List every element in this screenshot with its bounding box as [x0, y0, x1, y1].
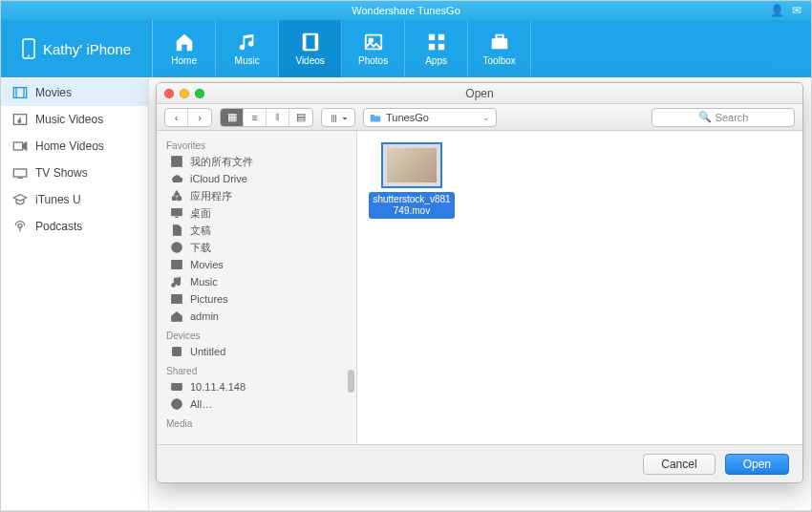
toolbox-icon: [489, 32, 510, 53]
tab-music[interactable]: Music: [216, 20, 279, 77]
open-button[interactable]: Open: [725, 454, 789, 475]
favorite-item-8[interactable]: Pictures: [157, 290, 356, 308]
home-videos-icon: [12, 139, 28, 153]
music-videos-icon: [12, 113, 28, 126]
file-grid: shutterstock_v881749.mov: [357, 131, 802, 444]
path-dropdown[interactable]: TunesGo ⌄: [363, 108, 497, 127]
tab-apps[interactable]: Apps: [405, 20, 468, 77]
fav-label: 文稿: [190, 224, 211, 238]
tab-toolbox-label: Toolbox: [482, 55, 515, 66]
cloud-icon: [170, 172, 183, 185]
sidebar-item-movies[interactable]: Movies: [1, 79, 148, 106]
svg-rect-29: [172, 261, 182, 269]
svg-point-21: [18, 224, 22, 227]
favorite-item-1[interactable]: iCloud Drive: [157, 170, 356, 187]
user-icon[interactable]: 👤: [770, 1, 784, 20]
column-view-button[interactable]: ⫴: [267, 109, 289, 126]
file-thumbnail: [381, 142, 442, 188]
tab-home-label: Home: [171, 55, 197, 66]
sidebar-label: iTunes U: [35, 193, 81, 206]
fav-label: 桌面: [190, 206, 211, 221]
svg-rect-19: [13, 169, 26, 177]
sidebar-item-podcasts[interactable]: Podcasts: [1, 213, 148, 240]
fav-label: admin: [190, 310, 219, 322]
device-name: Kathy' iPhone: [43, 41, 131, 57]
sidebar-label: Home Videos: [35, 139, 104, 153]
favorite-item-0[interactable]: 我的所有文件: [157, 153, 356, 170]
tab-home[interactable]: Home: [153, 20, 216, 77]
feedback-icon[interactable]: ✉: [792, 1, 801, 20]
coverflow-view-button[interactable]: ▤: [289, 109, 312, 126]
view-mode-buttons: ▦ ≡ ⫴ ▤: [220, 108, 313, 127]
open-label: Open: [743, 458, 771, 471]
tab-videos-label: Videos: [295, 55, 324, 66]
movies-icon: [12, 86, 28, 99]
svg-rect-26: [172, 209, 182, 216]
group-dropdown[interactable]: ⫼ ▾: [321, 108, 355, 127]
list-view-button[interactable]: ≡: [244, 109, 267, 126]
shared-item-1[interactable]: All…: [157, 395, 356, 413]
music-icon: [170, 275, 183, 288]
icon-view-button[interactable]: ▦: [221, 109, 244, 126]
favorite-item-3[interactable]: 桌面: [157, 204, 356, 222]
favorite-item-5[interactable]: 下载: [157, 239, 356, 256]
tab-videos[interactable]: Videos: [279, 20, 342, 77]
app-titlebar: Wondershare TunesGo 👤 ✉: [1, 1, 811, 20]
svg-rect-9: [428, 44, 434, 50]
home-icon: [170, 309, 183, 323]
titlebar-icons: 👤 ✉: [770, 1, 801, 20]
svg-point-25: [178, 197, 182, 201]
svg-point-6: [369, 38, 373, 42]
path-label: TunesGo: [386, 112, 429, 123]
favorite-item-7[interactable]: Music: [157, 273, 356, 290]
sidebar-item-home-videos[interactable]: Home Videos: [1, 133, 148, 160]
device-item-0[interactable]: Untitled: [157, 343, 356, 360]
svg-rect-22: [172, 157, 182, 167]
fav-label: Music: [190, 276, 218, 288]
sidebar-label: Podcasts: [35, 220, 82, 233]
group-icon: ⫼ ▾: [322, 109, 354, 126]
sidebar-item-music-videos[interactable]: Music Videos: [1, 106, 148, 133]
movies-icon: [170, 258, 183, 271]
favorite-item-2[interactable]: 应用程序: [157, 187, 356, 204]
fav-label: 下载: [190, 241, 211, 255]
tab-toolbox[interactable]: Toolbox: [468, 20, 531, 77]
forward-button[interactable]: ›: [188, 109, 211, 126]
shared-item-0[interactable]: 10.11.4.148: [157, 378, 356, 395]
favorite-item-9[interactable]: admin: [157, 308, 356, 325]
tab-photos[interactable]: Photos: [342, 20, 405, 77]
svg-rect-11: [491, 38, 507, 49]
file-item[interactable]: shutterstock_v881749.mov: [369, 142, 455, 219]
dialog-search-placeholder: Search: [716, 112, 749, 123]
dialog-titlebar: Open: [157, 83, 802, 104]
device-selector[interactable]: Kathy' iPhone: [1, 20, 153, 77]
disk-icon: [170, 345, 183, 358]
favorite-item-6[interactable]: Movies: [157, 256, 356, 273]
dialog-search-input[interactable]: 🔍 Search: [652, 108, 795, 127]
svg-rect-18: [13, 142, 22, 150]
sidebar-label: Music Videos: [35, 113, 103, 126]
svg-rect-8: [438, 34, 443, 40]
sidebar-item-tv-shows[interactable]: TV Shows: [1, 160, 148, 186]
scrollbar-thumb[interactable]: [348, 370, 354, 393]
fav-label: iCloud Drive: [190, 173, 247, 184]
shared-header: Shared: [157, 360, 356, 378]
back-button[interactable]: ‹: [165, 109, 188, 126]
music-icon: [237, 32, 258, 53]
fav-label: Pictures: [190, 293, 228, 305]
dialog-title: Open: [157, 87, 802, 100]
tab-apps-label: Apps: [425, 55, 447, 66]
cancel-button[interactable]: Cancel: [643, 454, 715, 475]
svg-rect-24: [173, 197, 177, 201]
svg-rect-3: [303, 34, 306, 51]
svg-rect-7: [428, 34, 434, 40]
phone-icon: [22, 38, 35, 59]
dialog-body: Favorites 我的所有文件iCloud Drive应用程序桌面文稿下载Mo…: [157, 131, 802, 444]
nav-buttons: ‹ ›: [164, 108, 212, 127]
favorite-item-4[interactable]: 文稿: [157, 222, 356, 239]
toolbar-tabs: Home Music Videos Photos Apps Toolbox: [153, 20, 531, 77]
open-dialog: Open ‹ › ▦ ≡ ⫴ ▤ ⫼ ▾ TunesGo ⌄ 🔍 Search …: [156, 82, 803, 483]
sidebar-item-itunes-u[interactable]: iTunes U: [1, 186, 148, 213]
fav-label: 应用程序: [190, 189, 232, 203]
server-icon: [170, 380, 183, 394]
